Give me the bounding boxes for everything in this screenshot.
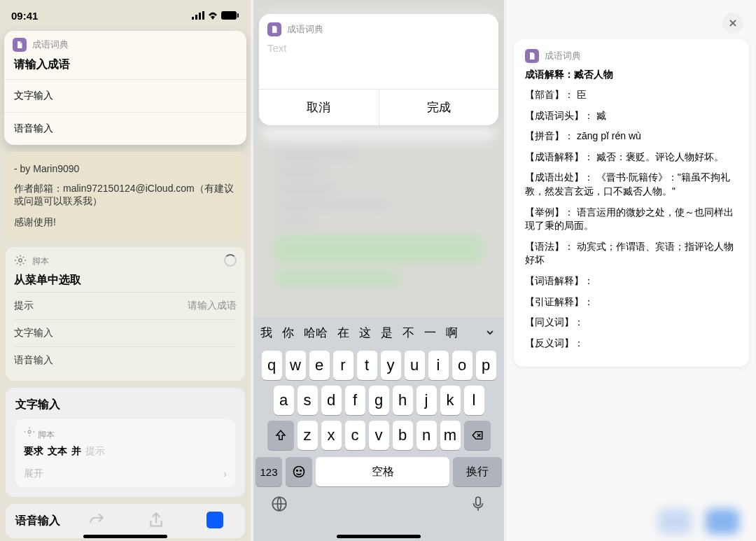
key-k[interactable]: k: [440, 386, 461, 415]
menu-title: 从菜单中选取: [14, 273, 237, 288]
key-x[interactable]: x: [321, 421, 342, 450]
key-e[interactable]: e: [309, 351, 330, 380]
mic-icon[interactable]: [469, 495, 487, 516]
key-b[interactable]: b: [393, 421, 413, 450]
keyboard: 我 你 哈哈 在 这 是 不 一 啊 q w e r t y u i o p a: [253, 317, 504, 541]
return-key[interactable]: 换行: [453, 457, 502, 486]
sheet-option-voice[interactable]: 语音输入: [4, 112, 246, 145]
entry-source: 【成语出处】： 《晋书·阮籍传》："籍虽不拘礼教，然发言玄远，口不臧否人物。": [525, 171, 738, 198]
candidate[interactable]: 不: [402, 325, 414, 341]
key-o[interactable]: o: [452, 351, 472, 380]
stop-button[interactable]: [206, 512, 223, 528]
section-text-input[interactable]: 文字输入 脚本 要求 文本 并 提示 展开 ›: [6, 388, 245, 497]
thanks-line: 感谢使用!: [14, 212, 237, 233]
status-bar: 09:41: [0, 0, 251, 31]
key-r[interactable]: r: [333, 351, 354, 380]
candidate[interactable]: 你: [282, 325, 294, 341]
number-key[interactable]: 123: [255, 457, 282, 486]
key-d[interactable]: d: [321, 386, 342, 415]
key-t[interactable]: t: [357, 351, 377, 380]
menu-voice-row[interactable]: 语音输入: [14, 346, 237, 374]
key-p[interactable]: p: [476, 351, 496, 380]
cancel-button[interactable]: 取消: [259, 90, 379, 125]
key-a[interactable]: a: [274, 386, 294, 415]
entry-meaning: 【成语解释】： 臧否：褒贬。评论人物好坏。: [525, 150, 738, 164]
text-input[interactable]: Text: [267, 42, 490, 54]
redo-icon[interactable]: [88, 511, 106, 529]
status-indicators: [192, 10, 239, 22]
candidate[interactable]: 一: [424, 325, 436, 341]
done-button[interactable]: 完成: [379, 90, 499, 125]
contact-line: 作者邮箱：malin972150124@iCloud.com（有建议或问题可以联…: [14, 178, 237, 212]
script-label: 脚本: [32, 255, 49, 267]
hint-label: 提示: [14, 300, 34, 312]
candidate[interactable]: 啊: [446, 325, 458, 341]
info-card: - by Marin9090 作者邮箱：malin972150124@iClou…: [6, 152, 245, 240]
sheet-title: 请输入成语: [4, 55, 246, 79]
shift-key[interactable]: [267, 421, 294, 450]
screen-text-input: 成语词典 Text 取消 完成 我 你 哈哈 在 这 是 不 一 啊 q w e: [253, 0, 504, 541]
key-i[interactable]: i: [428, 351, 449, 380]
candidate[interactable]: 是: [381, 325, 393, 341]
action-sheet: 成语词典 请输入成语 文字输入 语音输入: [4, 31, 246, 145]
home-indicator: [337, 535, 421, 538]
hint-row: 提示 请输入成语: [14, 292, 237, 319]
sheet-option-text[interactable]: 文字输入: [4, 79, 246, 112]
svg-rect-1: [195, 15, 197, 20]
key-s[interactable]: s: [298, 386, 318, 415]
key-z[interactable]: z: [298, 421, 318, 450]
chevron-down-icon[interactable]: [480, 323, 500, 342]
backspace-key[interactable]: [464, 421, 491, 450]
undo-icon[interactable]: [28, 511, 46, 529]
signal-icon: [192, 10, 204, 22]
key-w[interactable]: w: [286, 351, 306, 380]
candidate[interactable]: 在: [337, 325, 349, 341]
close-button[interactable]: [722, 13, 743, 34]
menu-text-row[interactable]: 文字输入: [14, 319, 237, 346]
svg-point-6: [19, 259, 22, 262]
key-c[interactable]: c: [345, 421, 365, 450]
svg-point-8: [294, 467, 304, 477]
svg-rect-3: [202, 11, 204, 20]
svg-point-10: [300, 470, 302, 472]
candidate-bar: 我 你 哈哈 在 这 是 不 一 啊: [253, 317, 504, 348]
spinner-icon: [224, 254, 237, 267]
nested-script-card: 脚本 要求 文本 并 提示 展开 ›: [15, 419, 235, 487]
wifi-icon: [207, 10, 218, 22]
key-f[interactable]: f: [345, 386, 365, 415]
key-u[interactable]: u: [405, 351, 425, 380]
key-g[interactable]: g: [369, 386, 389, 415]
key-l[interactable]: l: [464, 386, 484, 415]
entry-ant: 【反义词】：: [525, 337, 738, 351]
sheet-app-name: 成语词典: [287, 23, 323, 36]
space-key[interactable]: 空格: [316, 457, 449, 486]
battery-icon: [221, 10, 239, 22]
key-h[interactable]: h: [393, 386, 413, 415]
emoji-key[interactable]: [286, 457, 312, 486]
candidate[interactable]: 我: [260, 325, 272, 341]
key-q[interactable]: q: [262, 351, 282, 380]
req-hint: 提示: [85, 445, 105, 458]
app-icon: [13, 38, 27, 52]
candidate[interactable]: 这: [359, 325, 371, 341]
expand-row[interactable]: 展开 ›: [24, 462, 227, 480]
key-j[interactable]: j: [416, 386, 437, 415]
share-icon[interactable]: [147, 511, 165, 529]
app-icon: [267, 22, 281, 36]
req-2: 文本: [48, 445, 67, 458]
entry-syn: 【同义词】：: [525, 316, 738, 330]
hint-value: 请输入成语: [188, 300, 237, 312]
candidate[interactable]: 哈哈: [304, 325, 328, 341]
svg-rect-2: [199, 13, 201, 20]
key-n[interactable]: n: [416, 421, 437, 450]
globe-icon[interactable]: [270, 495, 288, 516]
clock: 09:41: [11, 10, 38, 22]
home-indicator: [83, 535, 167, 538]
key-v[interactable]: v: [369, 421, 389, 450]
gear-icon: [14, 254, 27, 269]
app-icon: [525, 49, 539, 63]
sheet-app-name: 成语词典: [32, 38, 69, 51]
key-y[interactable]: y: [381, 351, 401, 380]
key-m[interactable]: m: [440, 421, 461, 450]
req-1: 要求: [24, 445, 43, 458]
